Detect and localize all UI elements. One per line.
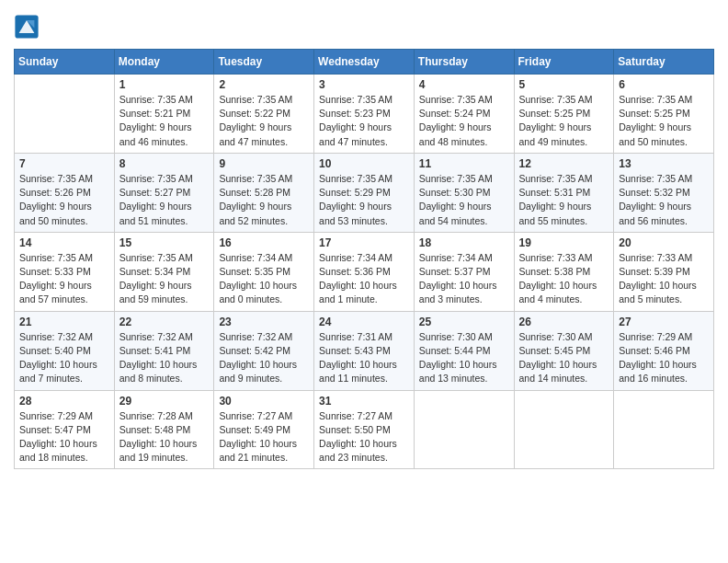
- day-number: 23: [219, 316, 309, 328]
- day-number: 13: [619, 157, 709, 170]
- day-info: Sunrise: 7:31 AMSunset: 5:43 PMDaylight:…: [319, 330, 409, 386]
- day-info: Sunrise: 7:27 AMSunset: 5:49 PMDaylight:…: [219, 409, 309, 465]
- weekday-header-monday: Monday: [114, 50, 214, 75]
- day-info: Sunrise: 7:35 AMSunset: 5:23 PMDaylight:…: [319, 93, 409, 149]
- day-number: 4: [419, 78, 509, 91]
- calendar-cell: 9Sunrise: 7:35 AMSunset: 5:28 PMDaylight…: [214, 153, 314, 232]
- calendar-cell: 30Sunrise: 7:27 AMSunset: 5:49 PMDayligh…: [214, 390, 314, 469]
- day-info: Sunrise: 7:34 AMSunset: 5:35 PMDaylight:…: [219, 251, 309, 307]
- calendar-cell: 31Sunrise: 7:27 AMSunset: 5:50 PMDayligh…: [314, 390, 415, 469]
- calendar-cell: 21Sunrise: 7:32 AMSunset: 5:40 PMDayligh…: [15, 311, 115, 390]
- day-number: 21: [19, 316, 109, 328]
- day-number: 29: [119, 395, 210, 408]
- calendar-cell: 5Sunrise: 7:35 AMSunset: 5:25 PMDaylight…: [514, 75, 614, 154]
- day-info: Sunrise: 7:35 AMSunset: 5:30 PMDaylight:…: [419, 172, 509, 228]
- day-info: Sunrise: 7:33 AMSunset: 5:38 PMDaylight:…: [519, 251, 609, 307]
- weekday-header-thursday: Thursday: [414, 50, 514, 75]
- day-number: 28: [19, 395, 109, 408]
- weekday-header-saturday: Saturday: [614, 50, 714, 75]
- day-number: 26: [519, 316, 609, 328]
- day-number: 17: [319, 236, 409, 249]
- calendar-week-3: 14Sunrise: 7:35 AMSunset: 5:33 PMDayligh…: [15, 232, 714, 311]
- calendar-cell: 24Sunrise: 7:31 AMSunset: 5:43 PMDayligh…: [314, 311, 415, 390]
- calendar-cell: 3Sunrise: 7:35 AMSunset: 5:23 PMDaylight…: [314, 75, 415, 154]
- calendar-cell: 16Sunrise: 7:34 AMSunset: 5:35 PMDayligh…: [214, 232, 314, 311]
- day-number: 31: [319, 395, 409, 408]
- calendar-cell: [414, 390, 514, 469]
- day-number: 3: [319, 78, 409, 91]
- day-number: 7: [19, 157, 109, 170]
- weekday-header-sunday: Sunday: [15, 50, 115, 75]
- day-info: Sunrise: 7:35 AMSunset: 5:21 PMDaylight:…: [119, 93, 210, 149]
- calendar-cell: 2Sunrise: 7:35 AMSunset: 5:22 PMDaylight…: [214, 75, 314, 154]
- calendar-cell: 23Sunrise: 7:32 AMSunset: 5:42 PMDayligh…: [214, 311, 314, 390]
- day-number: 16: [219, 236, 309, 249]
- calendar-cell: 27Sunrise: 7:29 AMSunset: 5:46 PMDayligh…: [614, 311, 714, 390]
- calendar-week-5: 28Sunrise: 7:29 AMSunset: 5:47 PMDayligh…: [15, 390, 714, 469]
- calendar-cell: 13Sunrise: 7:35 AMSunset: 5:32 PMDayligh…: [614, 153, 714, 232]
- calendar-cell: 25Sunrise: 7:30 AMSunset: 5:44 PMDayligh…: [414, 311, 514, 390]
- day-number: 22: [119, 316, 210, 328]
- day-info: Sunrise: 7:35 AMSunset: 5:25 PMDaylight:…: [519, 93, 609, 149]
- day-number: 15: [119, 236, 210, 249]
- calendar-cell: 4Sunrise: 7:35 AMSunset: 5:24 PMDaylight…: [414, 75, 514, 154]
- calendar-week-2: 7Sunrise: 7:35 AMSunset: 5:26 PMDaylight…: [15, 153, 714, 232]
- day-info: Sunrise: 7:29 AMSunset: 5:47 PMDaylight:…: [19, 409, 109, 465]
- day-number: 5: [519, 78, 609, 91]
- day-number: 8: [119, 157, 210, 170]
- calendar-cell: [514, 390, 614, 469]
- calendar-cell: 8Sunrise: 7:35 AMSunset: 5:27 PMDaylight…: [114, 153, 214, 232]
- day-number: 10: [319, 157, 409, 170]
- calendar-cell: 28Sunrise: 7:29 AMSunset: 5:47 PMDayligh…: [15, 390, 115, 469]
- day-info: Sunrise: 7:35 AMSunset: 5:32 PMDaylight:…: [619, 172, 709, 228]
- day-info: Sunrise: 7:34 AMSunset: 5:37 PMDaylight:…: [419, 251, 509, 307]
- day-number: 9: [219, 157, 309, 170]
- calendar-cell: 11Sunrise: 7:35 AMSunset: 5:30 PMDayligh…: [414, 153, 514, 232]
- day-number: 2: [219, 78, 309, 91]
- calendar-cell: 1Sunrise: 7:35 AMSunset: 5:21 PMDaylight…: [114, 75, 214, 154]
- calendar-cell: 17Sunrise: 7:34 AMSunset: 5:36 PMDayligh…: [314, 232, 415, 311]
- day-info: Sunrise: 7:35 AMSunset: 5:31 PMDaylight:…: [519, 172, 609, 228]
- day-number: 18: [419, 236, 509, 249]
- day-info: Sunrise: 7:35 AMSunset: 5:34 PMDaylight:…: [119, 251, 210, 307]
- calendar-cell: 14Sunrise: 7:35 AMSunset: 5:33 PMDayligh…: [15, 232, 115, 311]
- day-info: Sunrise: 7:28 AMSunset: 5:48 PMDaylight:…: [119, 409, 210, 465]
- logo-icon: [14, 14, 40, 40]
- calendar-cell: 6Sunrise: 7:35 AMSunset: 5:25 PMDaylight…: [614, 75, 714, 154]
- day-number: 1: [119, 78, 210, 91]
- day-info: Sunrise: 7:32 AMSunset: 5:42 PMDaylight:…: [219, 330, 309, 386]
- calendar-cell: 12Sunrise: 7:35 AMSunset: 5:31 PMDayligh…: [514, 153, 614, 232]
- calendar-cell: [614, 390, 714, 469]
- calendar-cell: 22Sunrise: 7:32 AMSunset: 5:41 PMDayligh…: [114, 311, 214, 390]
- calendar-cell: 18Sunrise: 7:34 AMSunset: 5:37 PMDayligh…: [414, 232, 514, 311]
- weekday-header-wednesday: Wednesday: [314, 50, 415, 75]
- calendar-week-4: 21Sunrise: 7:32 AMSunset: 5:40 PMDayligh…: [15, 311, 714, 390]
- weekday-header-tuesday: Tuesday: [214, 50, 314, 75]
- day-info: Sunrise: 7:32 AMSunset: 5:41 PMDaylight:…: [119, 330, 210, 386]
- weekday-header-friday: Friday: [514, 50, 614, 75]
- day-info: Sunrise: 7:33 AMSunset: 5:39 PMDaylight:…: [619, 251, 709, 307]
- calendar-cell: [15, 75, 115, 154]
- day-number: 11: [419, 157, 509, 170]
- day-number: 12: [519, 157, 609, 170]
- day-info: Sunrise: 7:29 AMSunset: 5:46 PMDaylight:…: [619, 330, 709, 386]
- day-number: 30: [219, 395, 309, 408]
- calendar-cell: 15Sunrise: 7:35 AMSunset: 5:34 PMDayligh…: [114, 232, 214, 311]
- weekday-header-row: SundayMondayTuesdayWednesdayThursdayFrid…: [15, 50, 714, 75]
- calendar-header: SundayMondayTuesdayWednesdayThursdayFrid…: [15, 50, 714, 75]
- day-number: 27: [619, 316, 709, 328]
- day-info: Sunrise: 7:35 AMSunset: 5:22 PMDaylight:…: [219, 93, 309, 149]
- day-number: 24: [319, 316, 409, 328]
- calendar-week-1: 1Sunrise: 7:35 AMSunset: 5:21 PMDaylight…: [15, 75, 714, 154]
- calendar-cell: 20Sunrise: 7:33 AMSunset: 5:39 PMDayligh…: [614, 232, 714, 311]
- page-header: [14, 14, 714, 40]
- calendar-cell: 26Sunrise: 7:30 AMSunset: 5:45 PMDayligh…: [514, 311, 614, 390]
- calendar-cell: 19Sunrise: 7:33 AMSunset: 5:38 PMDayligh…: [514, 232, 614, 311]
- day-number: 25: [419, 316, 509, 328]
- logo: [14, 14, 43, 40]
- day-info: Sunrise: 7:35 AMSunset: 5:33 PMDaylight:…: [19, 251, 109, 307]
- day-info: Sunrise: 7:35 AMSunset: 5:24 PMDaylight:…: [419, 93, 509, 149]
- day-info: Sunrise: 7:27 AMSunset: 5:50 PMDaylight:…: [319, 409, 409, 465]
- day-info: Sunrise: 7:35 AMSunset: 5:25 PMDaylight:…: [619, 93, 709, 149]
- calendar-cell: 29Sunrise: 7:28 AMSunset: 5:48 PMDayligh…: [114, 390, 214, 469]
